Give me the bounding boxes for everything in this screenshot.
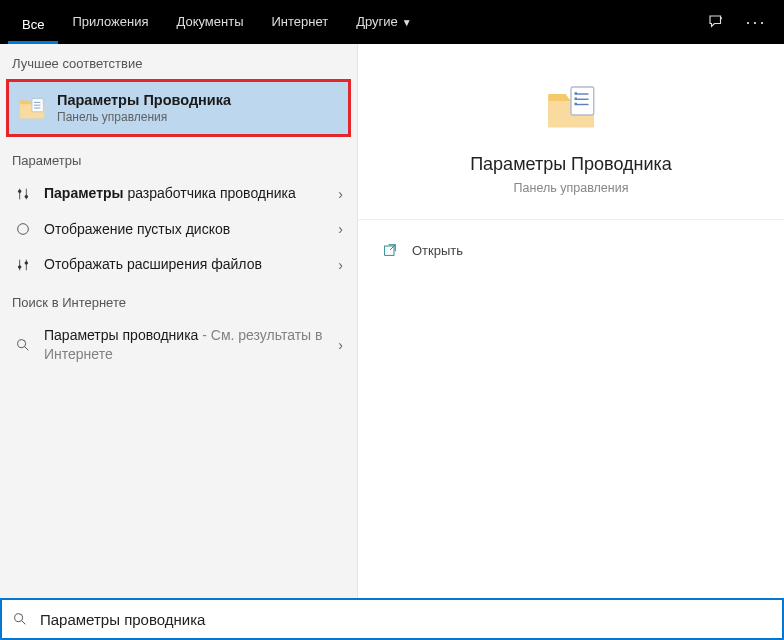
tab-all[interactable]: Все (8, 0, 58, 44)
best-match-title: Параметры Проводника (57, 92, 231, 108)
svg-line-26 (22, 621, 25, 624)
best-match-result[interactable]: Параметры Проводника Панель управления (6, 79, 351, 137)
sliders-icon (12, 186, 34, 202)
open-action-label: Открыть (412, 243, 463, 258)
web-result-label: Параметры проводника - См. результаты в … (44, 326, 334, 365)
svg-line-24 (390, 245, 395, 250)
feedback-icon[interactable] (696, 0, 736, 44)
svg-rect-16 (571, 87, 594, 115)
chevron-right-icon: › (334, 337, 347, 353)
search-bar[interactable] (0, 598, 784, 640)
svg-rect-20 (575, 92, 577, 94)
tab-web[interactable]: Интернет (257, 0, 342, 44)
chevron-right-icon: › (334, 186, 347, 202)
settings-result-developer[interactable]: Параметры разработчика проводника › (0, 176, 357, 212)
svg-point-13 (25, 262, 28, 265)
web-result-row[interactable]: Параметры проводника - См. результаты в … (0, 318, 357, 373)
tab-apps[interactable]: Приложения (58, 0, 162, 44)
svg-point-9 (18, 224, 29, 235)
folder-options-icon (543, 80, 599, 136)
svg-point-8 (25, 195, 28, 198)
svg-point-25 (15, 614, 23, 622)
tab-more[interactable]: Другие▼ (342, 0, 426, 44)
chevron-down-icon: ▼ (402, 17, 412, 28)
svg-point-12 (18, 266, 21, 269)
open-action[interactable]: Открыть (382, 234, 760, 266)
svg-line-15 (25, 347, 28, 350)
results-panel: Лучшее соответствие Параметры Проводника… (0, 44, 358, 598)
tab-documents[interactable]: Документы (162, 0, 257, 44)
settings-result-empty-drives[interactable]: Отображение пустых дисков › (0, 212, 357, 248)
settings-result-label: Параметры разработчика проводника (44, 184, 334, 204)
chevron-right-icon: › (334, 257, 347, 273)
svg-point-7 (18, 190, 21, 193)
search-icon (12, 611, 28, 627)
circle-icon (12, 221, 34, 237)
open-icon (382, 242, 398, 258)
search-icon (12, 337, 34, 353)
best-match-subtitle: Панель управления (57, 110, 231, 124)
search-input[interactable] (40, 611, 772, 628)
svg-point-0 (721, 18, 722, 19)
more-options-icon[interactable]: ··· (736, 0, 776, 44)
detail-subtitle: Панель управления (514, 181, 629, 195)
web-section-header: Поиск в Интернете (0, 283, 357, 318)
chevron-right-icon: › (334, 221, 347, 237)
best-match-header: Лучшее соответствие (0, 44, 357, 79)
settings-section-header: Параметры (0, 141, 357, 176)
tab-more-label: Другие (356, 14, 398, 29)
settings-result-label: Отображение пустых дисков (44, 220, 334, 240)
search-filter-tabs: Все Приложения Документы Интернет Другие… (0, 0, 784, 44)
folder-options-icon (17, 93, 47, 123)
svg-rect-22 (575, 103, 577, 105)
settings-result-label: Отображать расширения файлов (44, 255, 334, 275)
detail-title: Параметры Проводника (470, 154, 672, 175)
svg-rect-21 (575, 98, 577, 100)
svg-point-14 (18, 340, 26, 348)
settings-result-extensions[interactable]: Отображать расширения файлов › (0, 247, 357, 283)
detail-panel: Параметры Проводника Панель управления О… (358, 44, 784, 598)
sliders-icon (12, 257, 34, 273)
